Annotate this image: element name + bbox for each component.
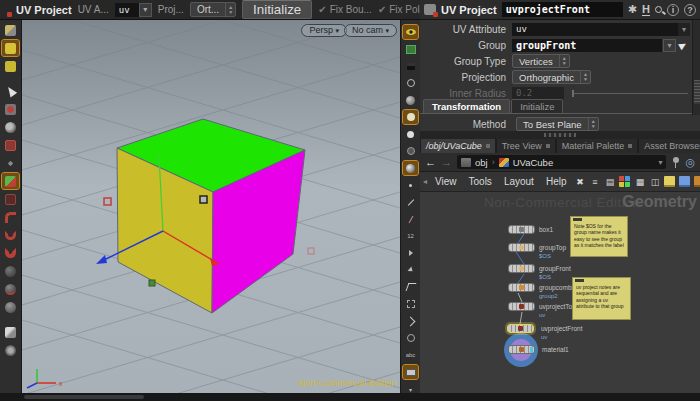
initialize-button[interactable]: Initialize <box>242 0 312 19</box>
select-objects-mode-icon[interactable] <box>2 22 19 38</box>
breadcrumb[interactable]: obj › UVaCube ▾ <box>457 155 666 169</box>
list-view-icon[interactable]: ▤ <box>604 176 615 187</box>
dropdown-arrow-icon[interactable]: ▾ <box>139 3 152 17</box>
point-normal-icon[interactable] <box>403 195 418 209</box>
info-icon[interactable]: i <box>667 4 679 16</box>
method-dropdown[interactable]: To Best Plane ▲▼ <box>516 117 599 131</box>
snap-point-magnet-icon[interactable] <box>2 227 19 243</box>
follow-target-icon[interactable]: ◎ <box>685 156 695 169</box>
group-type-dropdown[interactable]: Vertices ▲▼ <box>512 54 570 68</box>
light-tool-icon[interactable] <box>2 324 19 340</box>
lock-icon[interactable] <box>403 59 418 73</box>
tab-menu-icon[interactable] <box>486 144 490 148</box>
tab-menu-icon[interactable] <box>628 144 632 148</box>
uv-attribute-field[interactable]: uv ▾ <box>512 23 690 36</box>
node-name-field[interactable]: uvprojectFront <box>502 2 623 17</box>
normal-lights-icon[interactable] <box>403 127 418 141</box>
lightbulb-outline-icon[interactable] <box>403 76 418 90</box>
headlight-icon[interactable] <box>403 110 418 124</box>
background-image-icon[interactable] <box>403 42 418 56</box>
node-groupFront[interactable] <box>508 264 535 273</box>
menu-tools[interactable]: Tools <box>465 176 496 187</box>
spinner-icon[interactable]: ▲▼ <box>588 118 598 130</box>
render-region-icon[interactable] <box>2 342 19 358</box>
abc-text-icon[interactable]: abc <box>403 348 418 362</box>
menu-scroll-left-icon[interactable]: ◂ <box>423 177 427 186</box>
select-components-mode-icon[interactable] <box>2 40 19 56</box>
node-material1[interactable] <box>508 345 535 354</box>
add-sticky-note-icon[interactable] <box>664 176 675 187</box>
node-groupcombine[interactable] <box>508 283 535 292</box>
shading-mode-icon[interactable] <box>403 161 418 175</box>
reselect-arrow-icon[interactable]: ▶ <box>677 39 688 51</box>
pane-tab-tree-view[interactable]: Tree View <box>497 139 555 153</box>
group-dropdown-button[interactable]: ▾ <box>663 39 676 52</box>
view-spheres-icon[interactable] <box>2 263 19 279</box>
point-numbers-icon[interactable]: 12 <box>403 229 418 243</box>
grid-view-icon[interactable]: ▦ <box>634 176 645 187</box>
vertex-marker-icon[interactable] <box>403 212 418 226</box>
group-select-icon[interactable] <box>403 297 418 311</box>
bottom-scrollbar[interactable] <box>0 393 700 401</box>
wire-hook-icon[interactable] <box>403 314 418 328</box>
add-network-box-icon[interactable] <box>679 176 690 187</box>
scale-tool-icon[interactable] <box>2 137 19 153</box>
point-marker-icon[interactable] <box>403 178 418 192</box>
node-box1[interactable] <box>508 225 535 234</box>
menu-view[interactable]: View <box>431 176 461 187</box>
persp-view-dropdown[interactable]: Persp ▾ <box>301 24 347 37</box>
tab-initialize[interactable]: Initialize <box>511 99 563 113</box>
rotate-tool-icon[interactable] <box>2 119 19 135</box>
pane-tab-network[interactable]: /obj/UVaCube <box>421 139 495 153</box>
spinner-icon[interactable]: ▲▼ <box>559 55 569 67</box>
menu-layout[interactable]: Layout <box>500 176 538 187</box>
image-plane-icon[interactable] <box>403 365 418 379</box>
node-uvprojectTop[interactable] <box>508 302 535 311</box>
handles-tool-icon[interactable] <box>2 173 19 189</box>
pane-splitter[interactable] <box>420 131 700 139</box>
pane-layout-icon[interactable]: ◫ <box>649 176 660 187</box>
search-icon[interactable] <box>655 4 662 15</box>
pin-icon[interactable] <box>671 157 680 168</box>
snap-magnet-icon[interactable] <box>2 245 19 261</box>
gear-menu-icon[interactable]: ✱ <box>628 4 637 15</box>
tab-transformation[interactable]: Transformation <box>423 99 510 113</box>
color-palette-icon[interactable] <box>619 176 630 187</box>
green-handle-marker[interactable] <box>149 280 155 286</box>
display-sphere-icon[interactable] <box>2 299 19 315</box>
fix-boundary-toggle[interactable]: ✔ Fix Bou... <box>318 4 372 15</box>
tab-menu-icon[interactable] <box>546 144 550 148</box>
spinner-icon[interactable]: ▲▼ <box>225 3 235 16</box>
uv-attribute-toolbar-field[interactable]: uv ▾ <box>115 3 152 17</box>
dropdown-arrow-icon[interactable]: ▾ <box>678 23 690 36</box>
pane-tab-asset-browser[interactable]: Asset Browser <box>639 139 700 153</box>
forward-arrow-icon[interactable]: → <box>441 156 452 168</box>
snapshot-icon[interactable]: H <box>642 4 650 16</box>
note-header-bar[interactable] <box>575 279 584 282</box>
breadcrumb-root[interactable]: obj <box>475 157 488 168</box>
back-arrow-icon[interactable]: ← <box>425 156 436 168</box>
sticky-note-group[interactable]: Note $OS for the group name makes it eas… <box>570 216 628 257</box>
snap-grid-icon[interactable] <box>2 191 19 207</box>
help-icon[interactable]: ? <box>684 4 696 16</box>
camera-dropdown[interactable]: No cam ▾ <box>344 24 397 37</box>
tools-wrench-icon[interactable]: ✖ <box>574 176 585 187</box>
snap-curve-icon[interactable] <box>2 209 19 225</box>
shaded-sphere-icon[interactable] <box>403 93 418 107</box>
group-field[interactable]: groupFront <box>512 39 662 52</box>
visibility-eye-icon[interactable] <box>403 25 418 39</box>
node-uvprojectFront[interactable] <box>507 324 534 333</box>
menu-help[interactable]: Help <box>542 176 571 187</box>
measure-angle-icon[interactable] <box>403 280 418 294</box>
parameter-scrollbar[interactable] <box>692 20 700 115</box>
projection-dropdown[interactable]: Orthographic ▲▼ <box>512 70 591 84</box>
primitive-normal-icon[interactable] <box>403 246 418 260</box>
projection-toolbar-dropdown[interactable]: Ort... ▲▼ <box>190 2 236 17</box>
shade-sphere-icon[interactable] <box>2 281 19 297</box>
note-header-bar[interactable] <box>573 218 582 221</box>
select-arrow-tool-icon[interactable] <box>2 83 19 99</box>
pose-tool-icon[interactable] <box>2 155 19 171</box>
node-groupTop[interactable] <box>508 243 535 252</box>
circle-display-icon[interactable] <box>403 331 418 345</box>
vertex-numbers-icon[interactable] <box>403 263 418 277</box>
